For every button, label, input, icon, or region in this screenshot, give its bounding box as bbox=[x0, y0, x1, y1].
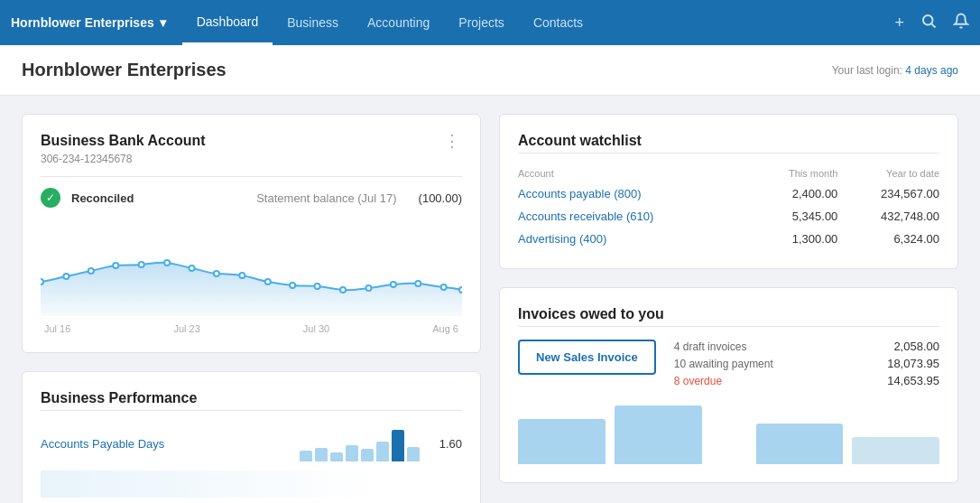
svg-point-4 bbox=[88, 268, 94, 274]
watchlist-table: Account This month Year to date Accounts… bbox=[518, 164, 939, 250]
svg-point-12 bbox=[290, 283, 295, 288]
watchlist-account-2[interactable]: Accounts receivable (610) bbox=[518, 205, 753, 228]
page-title: Hornblower Enterprises bbox=[22, 60, 227, 80]
watchlist-row-1: Accounts payable (800) 2,400.00 234,567.… bbox=[518, 182, 939, 205]
perf-row-1: Accounts Payable Days 1.60 bbox=[41, 425, 462, 461]
nav-actions: + bbox=[894, 13, 969, 33]
inv-bar-2 bbox=[615, 405, 702, 464]
watchlist-col-this-month: This month bbox=[753, 164, 837, 182]
bank-menu-button[interactable]: ⋮ bbox=[444, 133, 462, 149]
invoices-body: New Sales Invoice 4 draft invoices 2,058… bbox=[518, 340, 939, 391]
svg-point-18 bbox=[441, 284, 447, 290]
perf-bar bbox=[376, 442, 389, 461]
search-icon[interactable] bbox=[920, 13, 937, 33]
invoices-title: Invoices owed to you bbox=[518, 306, 939, 322]
bank-account-card: Business Bank Account 306-234-12345678 ⋮… bbox=[22, 114, 481, 353]
add-icon[interactable]: + bbox=[894, 14, 904, 33]
stat-row-awaiting: 10 awaiting payment 18,073.95 bbox=[674, 357, 939, 370]
nav-accounting[interactable]: Accounting bbox=[353, 0, 444, 45]
chart-label-4: Aug 6 bbox=[432, 323, 458, 334]
perf-bar bbox=[346, 445, 358, 461]
svg-point-7 bbox=[164, 260, 170, 265]
watchlist-account-3[interactable]: Advertising (400) bbox=[518, 228, 753, 250]
svg-point-5 bbox=[113, 263, 118, 268]
chart-label-3: Jul 30 bbox=[303, 323, 329, 334]
inv-bar-3 bbox=[756, 424, 844, 464]
perf-row-2 bbox=[41, 470, 462, 498]
reconcile-label: Reconciled bbox=[71, 191, 134, 205]
stat-row-draft: 4 draft invoices 2,058.00 bbox=[674, 340, 939, 353]
chart-label-1: Jul 16 bbox=[44, 323, 70, 334]
performance-divider bbox=[41, 410, 462, 411]
watchlist-month-3: 1,300.00 bbox=[753, 228, 837, 250]
watchlist-title: Account watchlist bbox=[518, 133, 939, 149]
watchlist-col-ytd: Year to date bbox=[837, 164, 939, 182]
balance-amount: (100.00) bbox=[419, 191, 462, 205]
nav-projects[interactable]: Projects bbox=[444, 0, 519, 45]
inv-bar-1 bbox=[518, 419, 606, 464]
watchlist-col-account: Account bbox=[518, 164, 753, 182]
svg-point-10 bbox=[239, 273, 245, 278]
watchlist-divider bbox=[518, 153, 939, 154]
watchlist-ytd-1: 234,567.00 bbox=[837, 182, 939, 205]
svg-point-17 bbox=[415, 281, 421, 286]
stat-value-awaiting: 18,073.95 bbox=[887, 357, 939, 370]
page-header: Hornblower Enterprises Your last login: … bbox=[0, 45, 980, 96]
perf-bar bbox=[300, 451, 312, 461]
invoices-stats: 4 draft invoices 2,058.00 10 awaiting pa… bbox=[674, 340, 939, 391]
invoices-card: Invoices owed to you New Sales Invoice 4… bbox=[499, 287, 958, 483]
last-login-prefix: Your last login: bbox=[832, 64, 906, 77]
svg-point-15 bbox=[365, 285, 371, 291]
bank-chart bbox=[41, 217, 462, 316]
watchlist-ytd-3: 6,324.00 bbox=[837, 228, 939, 250]
main-content: Business Bank Account 306-234-12345678 ⋮… bbox=[0, 96, 980, 503]
svg-point-9 bbox=[214, 271, 219, 276]
brand-chevron: ▾ bbox=[160, 15, 166, 30]
svg-point-0 bbox=[923, 15, 933, 25]
stat-value-overdue: 14,653.95 bbox=[887, 374, 939, 387]
svg-point-16 bbox=[391, 282, 396, 287]
svg-point-19 bbox=[459, 287, 462, 293]
svg-point-14 bbox=[340, 287, 346, 293]
bell-icon[interactable] bbox=[953, 13, 969, 33]
brand-button[interactable]: Hornblower Enterprises ▾ bbox=[11, 15, 166, 30]
brand-name: Hornblower Enterprises bbox=[11, 15, 154, 30]
svg-point-8 bbox=[189, 265, 194, 271]
perf-bar bbox=[407, 447, 420, 461]
nav-business[interactable]: Business bbox=[273, 0, 353, 45]
bank-card-account-number: 306-234-12345678 bbox=[41, 153, 206, 165]
svg-line-1 bbox=[931, 23, 935, 27]
watchlist-account-1[interactable]: Accounts payable (800) bbox=[518, 182, 753, 205]
invoices-divider bbox=[518, 326, 939, 327]
last-login-link[interactable]: 4 days ago bbox=[905, 64, 958, 77]
business-performance-card: Business Performance Accounts Payable Da… bbox=[22, 371, 481, 503]
nav-dashboard[interactable]: Dashboard bbox=[182, 0, 273, 45]
performance-title: Business Performance bbox=[41, 390, 462, 406]
reconcile-badge: ✓ bbox=[41, 188, 60, 208]
watchlist-card: Account watchlist Account This month Yea… bbox=[499, 114, 958, 269]
stat-value-draft: 2,058.00 bbox=[893, 340, 939, 353]
perf-bars-1 bbox=[300, 425, 420, 461]
new-sales-invoice-button[interactable]: New Sales Invoice bbox=[518, 340, 656, 375]
chart-labels: Jul 16 Jul 23 Jul 30 Aug 6 bbox=[41, 323, 462, 334]
perf-label-1[interactable]: Accounts Payable Days bbox=[41, 437, 289, 451]
svg-point-6 bbox=[139, 262, 144, 267]
stat-label-overdue: 8 overdue bbox=[674, 375, 722, 387]
invoices-chart bbox=[518, 405, 939, 464]
watchlist-row-2: Accounts receivable (610) 5,345.00 432,7… bbox=[518, 205, 939, 228]
navbar: Hornblower Enterprises ▾ Dashboard Busin… bbox=[0, 0, 980, 45]
perf-bar-accent bbox=[392, 430, 404, 461]
stat-row-overdue: 8 overdue 14,653.95 bbox=[674, 374, 939, 387]
inv-bar-4 bbox=[852, 437, 939, 464]
nav-contacts[interactable]: Contacts bbox=[519, 0, 597, 45]
perf-bar bbox=[315, 448, 328, 461]
stat-label-awaiting: 10 awaiting payment bbox=[674, 358, 773, 370]
bank-card-title: Business Bank Account bbox=[41, 133, 206, 149]
statement-balance-label: Statement balance (Jul 17) bbox=[256, 191, 396, 205]
perf-bar bbox=[330, 452, 343, 461]
bank-card-header: Business Bank Account 306-234-12345678 ⋮ bbox=[41, 133, 462, 176]
bank-chart-svg bbox=[41, 217, 462, 316]
svg-point-13 bbox=[315, 284, 320, 289]
perf-bar bbox=[361, 449, 374, 461]
svg-point-3 bbox=[63, 274, 69, 279]
